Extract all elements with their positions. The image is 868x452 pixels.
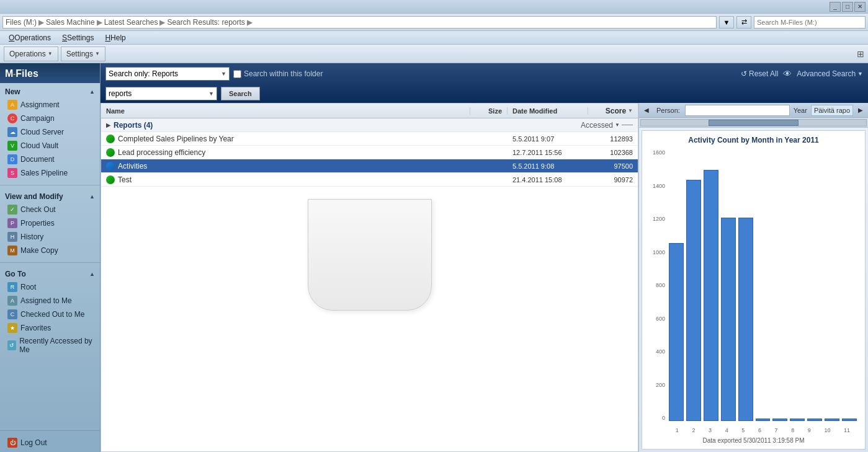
sidebar-view-modify-section: View and Modify ▲ ✓ Check Out P Properti… (0, 188, 100, 260)
file-score-2: 102368 (588, 149, 638, 156)
reset-label: Reset All (749, 69, 778, 78)
sidebar-item-make-copy[interactable]: M Make Copy (0, 244, 100, 257)
checked-out-icon: C (7, 309, 17, 319)
view-modify-arrow: ▲ (89, 193, 95, 200)
reset-icon: ↺ (741, 69, 747, 78)
table-row[interactable]: Lead processing efficiency 12.7.2011 15:… (101, 146, 638, 159)
group-accessed-label[interactable]: Accessed ▼ (576, 121, 638, 130)
sidebar-item-recently-accessed[interactable]: ↺ Recently Accessed by Me (0, 335, 100, 356)
path-search-results: Search Results: reports (167, 18, 244, 27)
sidebar-item-checked-out-to-me[interactable]: C Checked Out to Me (0, 308, 100, 321)
sidebar-item-cloud-server[interactable]: ☁ Cloud Server (0, 125, 100, 139)
x-label-8: 8 (791, 427, 794, 433)
group-expand-arrow[interactable]: ▶ (106, 122, 110, 128)
bar-11 (842, 419, 857, 421)
grid-view-icon[interactable]: ⊞ (857, 49, 864, 59)
eye-icon[interactable]: 👁 (783, 69, 792, 79)
sidebar-view-modify-header[interactable]: View and Modify ▲ (0, 190, 100, 203)
main-container: M-Files New ▲ A Assignment C Campaign ☁ … (0, 63, 868, 452)
sidebar-item-root[interactable]: R Root (0, 280, 100, 294)
sidebar-new-header[interactable]: New ▲ (0, 86, 100, 98)
document-icon: D (7, 154, 17, 164)
checked-out-label: Checked Out to Me (20, 310, 84, 319)
address-path[interactable]: Files (M:) ▶ Sales Machine ▶ Latest Sear… (2, 16, 717, 29)
title-bar-controls[interactable]: _ □ ✕ (830, 2, 866, 12)
year-value[interactable]: Päivitä rapo (811, 105, 853, 116)
sidebar-item-assignment[interactable]: A Assignment (0, 98, 100, 112)
file-date-1: 5.5.2011 9:07 (508, 135, 588, 143)
col-header-date[interactable]: Date Modified (508, 107, 588, 115)
right-panel: ◀ Person: Year Päivitä rapo ▶ Activity C… (638, 103, 868, 452)
sidebar-item-properties[interactable]: P Properties (0, 216, 100, 230)
listing-group-reports[interactable]: ▶ Reports (4) Accessed ▼ (101, 118, 638, 132)
sidebar-new-section: New ▲ A Assignment C Campaign ☁ Cloud Se… (0, 83, 100, 182)
sidebar-item-cloud-vault[interactable]: V Cloud Vault (0, 139, 100, 153)
reset-all-button[interactable]: ↺ Reset All (741, 69, 778, 78)
table-row[interactable]: Activities 5.5.2011 9:08 97500 (101, 159, 638, 173)
file-score-4: 90972 (588, 176, 638, 184)
file-score-1: 112893 (588, 135, 638, 143)
scrollbar-thumb[interactable] (709, 120, 799, 126)
scrollbar-area[interactable] (639, 118, 868, 128)
file-icon-2 (106, 148, 115, 157)
check-out-label: Check Out (20, 205, 56, 214)
assignment-label: Assignment (20, 100, 60, 109)
search-location-dropdown[interactable]: reports ▼ (105, 87, 217, 100)
x-label-4: 4 (725, 427, 728, 433)
year-label: Year (792, 107, 808, 114)
toolbar-settings-button[interactable]: Settings ▼ (61, 47, 105, 61)
panel-right-arrow[interactable]: ▶ (856, 105, 866, 115)
sidebar-item-history[interactable]: H History (0, 230, 100, 244)
logout-section: ⏻ Log Out (0, 433, 100, 452)
settings-dropdown-arrow: ▼ (95, 51, 100, 56)
col-header-size[interactable]: Size (470, 107, 508, 115)
bar-7 (772, 419, 787, 421)
table-row[interactable]: Completed Sales Pipelines by Year 5.5.20… (101, 132, 638, 146)
menu-operations[interactable]: OOperations (4, 32, 56, 43)
cloud-vault-icon: V (7, 141, 17, 151)
chart-bars (669, 149, 857, 421)
advanced-search-button[interactable]: Advanced Search ▼ (797, 69, 863, 78)
sidebar-item-assigned-to-me[interactable]: A Assigned to Me (0, 294, 100, 308)
minimize-button[interactable]: _ (830, 2, 841, 12)
address-dropdown-button[interactable]: ▼ (719, 16, 734, 29)
maximize-button[interactable]: □ (842, 2, 853, 12)
person-input[interactable] (685, 105, 790, 116)
title-bar: _ □ ✕ (0, 0, 868, 14)
chart-container: 1600 1400 1200 1000 800 600 400 200 0 (647, 149, 860, 435)
menu-help[interactable]: HHelp (100, 32, 130, 43)
sidebar-item-sales-pipeline[interactable]: S Sales Pipeline (0, 166, 100, 180)
recently-accessed-icon: ↺ (7, 340, 16, 350)
assigned-icon: A (7, 296, 17, 306)
search-within-checkbox[interactable] (233, 70, 241, 78)
sidebar-goto-header[interactable]: Go To ▲ (0, 268, 100, 280)
sidebar-item-favorites[interactable]: ★ Favorites (0, 321, 100, 335)
menu-settings[interactable]: SSettings (57, 32, 99, 43)
address-search-input[interactable] (754, 16, 866, 29)
scrollbar-track[interactable] (640, 119, 867, 126)
table-row[interactable]: Test 21.4.2011 15:08 90972 (101, 173, 638, 187)
sidebar-item-logout[interactable]: ⏻ Log Out (0, 436, 100, 450)
col-header-name[interactable]: Name (101, 107, 470, 115)
chart-footer: Data exported 5/30/2011 3:19:58 PM (647, 437, 860, 444)
sidebar-item-check-out[interactable]: ✓ Check Out (0, 203, 100, 216)
address-back-button[interactable]: ⇄ (736, 16, 751, 29)
panel-left-arrow[interactable]: ◀ (642, 105, 651, 115)
advanced-search-label: Advanced Search (797, 69, 856, 78)
search-button[interactable]: Search (221, 87, 260, 100)
goto-label: Go To (5, 270, 26, 278)
close-button[interactable]: ✕ (854, 2, 866, 12)
properties-label: Properties (20, 219, 55, 228)
sidebar-divider-2 (0, 262, 100, 263)
sidebar-item-document[interactable]: D Document (0, 153, 100, 166)
filter-dropdown-arrow: ▼ (221, 71, 226, 77)
toolbar-operations-button[interactable]: Operations ▼ (4, 47, 58, 61)
file-date-3: 5.5.2011 9:08 (508, 162, 588, 170)
col-header-score[interactable]: Score ▼ (588, 107, 638, 115)
score-label: Score (606, 107, 626, 115)
sidebar-item-campaign[interactable]: C Campaign (0, 112, 100, 125)
search-filter-dropdown[interactable]: Search only: Reports ▼ (105, 67, 230, 81)
search-within-label: Search within this folder (244, 69, 323, 78)
file-name-4: Test (101, 175, 470, 184)
x-label-5: 5 (741, 427, 745, 433)
